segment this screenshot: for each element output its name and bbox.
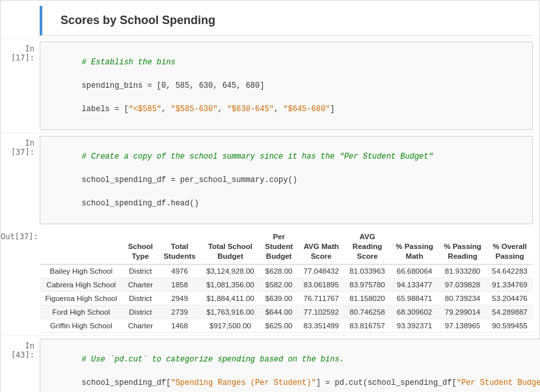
table-cell-1-4: $582.00 bbox=[260, 278, 298, 291]
table-cell-2-2: 2949 bbox=[158, 291, 201, 305]
table-cell-2-7: 65.988471 bbox=[390, 291, 439, 305]
table-cell-3-5: 77.102592 bbox=[298, 305, 344, 319]
output-content-37: SchoolType TotalStudents Total SchoolBud… bbox=[40, 229, 533, 333]
table-cell-4-7: 93.392371 bbox=[390, 319, 439, 332]
table-cell-0-7: 66.680064 bbox=[390, 264, 439, 278]
table-cell-3-1: District bbox=[122, 305, 158, 319]
cell-content-37[interactable]: # Create a copy of the school summary si… bbox=[40, 136, 533, 224]
table-row: Bailey High SchoolDistrict4976$3,124,928… bbox=[40, 264, 533, 278]
table-cell-0-1: District bbox=[122, 264, 158, 278]
comment-43: # Use `pd.cut` to categorize spending ba… bbox=[82, 355, 344, 364]
table-cell-3-9: 54.289887 bbox=[487, 305, 533, 319]
code-line-17-2: spending_bins = [0, 585, 630, 645, 680] bbox=[82, 81, 265, 90]
table-cell-3-8: 79.299014 bbox=[439, 305, 487, 319]
table-cell-0-4: $628.00 bbox=[260, 264, 298, 278]
table-body: Bailey High SchoolDistrict4976$3,124,928… bbox=[40, 264, 533, 332]
code-line-37-3: school_spending_df.head() bbox=[82, 199, 199, 208]
table-cell-1-3: $1,081,356.00 bbox=[201, 278, 260, 291]
table-cell-1-8: 97.039828 bbox=[439, 278, 487, 291]
table-cell-3-2: 2739 bbox=[158, 305, 201, 319]
table-cell-1-5: 83.061895 bbox=[298, 278, 344, 291]
table-cell-2-4: $639.00 bbox=[260, 291, 298, 305]
table-cell-3-0: Ford High School bbox=[40, 305, 122, 319]
table-row: Griffin High SchoolCharter1468$917,500.0… bbox=[40, 319, 533, 332]
table-cell-0-6: 81.033963 bbox=[344, 264, 390, 278]
cell-label-37: In [37]: bbox=[1, 136, 40, 157]
table-cell-3-7: 68.309602 bbox=[390, 305, 439, 319]
table-header-row: SchoolType TotalStudents Total SchoolBud… bbox=[40, 229, 533, 264]
notebook-container: Scores by School Spending In [17]: # Est… bbox=[0, 0, 540, 392]
code-line-17-3: labels = ["<$585", "$585-630", "$630-645… bbox=[82, 105, 335, 114]
table-cell-1-7: 94.133477 bbox=[390, 278, 439, 291]
col-header-avg-reading: AVGReadingScore bbox=[344, 229, 390, 264]
table-cell-3-4: $644.00 bbox=[260, 305, 298, 319]
code-cell-37: In [37]: # Create a copy of the school s… bbox=[1, 133, 539, 227]
table-cell-4-3: $917,500.00 bbox=[201, 319, 260, 332]
table-cell-4-4: $625.00 bbox=[260, 319, 298, 332]
table-cell-4-0: Griffin High School bbox=[40, 319, 122, 332]
table-cell-4-9: 90.599455 bbox=[487, 319, 533, 332]
table-row: Cabrera High SchoolCharter1858$1,081,356… bbox=[40, 278, 533, 291]
code-block-17: # Establish the bins spending_bins = [0,… bbox=[44, 45, 526, 127]
table-cell-1-0: Cabrera High School bbox=[40, 278, 122, 291]
table-cell-0-3: $3,124,928.00 bbox=[201, 264, 260, 278]
table-cell-2-9: 53.204476 bbox=[487, 291, 533, 305]
table-cell-2-6: 81.158020 bbox=[344, 291, 390, 305]
code-block-37: # Create a copy of the school summary si… bbox=[44, 139, 526, 221]
col-header-total-students: TotalStudents bbox=[158, 229, 201, 264]
code-line-43-2: school_spending_df["Spending Ranges (Per… bbox=[82, 378, 540, 387]
col-header-per-student: PerStudentBudget bbox=[260, 229, 298, 264]
cell-label-43: In [43]: bbox=[1, 339, 40, 359]
col-header-pct-math: % PassingMath bbox=[390, 229, 439, 264]
table-cell-2-5: 76.711767 bbox=[298, 291, 344, 305]
section-heading: Scores by School Spending bbox=[40, 6, 533, 36]
table-cell-0-2: 4976 bbox=[158, 264, 201, 278]
table-row: Ford High SchoolDistrict2739$1,763,916.0… bbox=[40, 305, 533, 319]
table-cell-2-1: District bbox=[122, 291, 158, 305]
code-line-37-2: school_spending_df = per_school_summary.… bbox=[82, 176, 297, 185]
code-cell-17: In [17]: # Establish the bins spending_b… bbox=[1, 38, 539, 133]
cell-content-43[interactable]: # Use `pd.cut` to categorize spending ba… bbox=[40, 339, 540, 392]
table-cell-1-9: 91.334769 bbox=[487, 278, 533, 291]
code-cell-43: In [43]: # Use `pd.cut` to categorize sp… bbox=[1, 335, 539, 392]
table-cell-3-6: 80.746258 bbox=[344, 305, 390, 319]
col-header-school-type: SchoolType bbox=[122, 229, 158, 264]
table-cell-4-1: Charter bbox=[122, 319, 158, 332]
output-cell-37: Out[37]: SchoolType TotalStudents Total … bbox=[1, 227, 539, 335]
table-cell-2-8: 80.739234 bbox=[439, 291, 487, 305]
col-header-pct-overall: % OverallPassing bbox=[487, 229, 533, 264]
comment-17: # Establish the bins bbox=[82, 58, 176, 67]
col-header-school-name bbox=[40, 229, 122, 264]
table-cell-1-6: 83.975780 bbox=[344, 278, 390, 291]
table-cell-0-5: 77.048432 bbox=[298, 264, 344, 278]
table-cell-4-2: 1468 bbox=[158, 319, 201, 332]
table-row: Figueroa High SchoolDistrict2949$1,884,4… bbox=[40, 291, 533, 305]
table-cell-4-8: 97.138965 bbox=[439, 319, 487, 332]
table-cell-4-5: 83.351499 bbox=[298, 319, 344, 332]
col-header-total-budget: Total SchoolBudget bbox=[201, 229, 260, 264]
table-cell-2-0: Figueroa High School bbox=[40, 291, 122, 305]
table-cell-2-3: $1,884,411.00 bbox=[201, 291, 260, 305]
col-header-avg-math: AVG MathScore bbox=[298, 229, 344, 264]
table-cell-3-3: $1,763,916.00 bbox=[201, 305, 260, 319]
table-cell-1-1: Charter bbox=[122, 278, 158, 291]
comment-37: # Create a copy of the school summary si… bbox=[82, 152, 433, 161]
table-cell-1-2: 1858 bbox=[158, 278, 201, 291]
cell-content-17[interactable]: # Establish the bins spending_bins = [0,… bbox=[40, 42, 533, 130]
page-title: Scores by School Spending bbox=[61, 14, 520, 27]
table-cell-0-0: Bailey High School bbox=[40, 264, 122, 278]
table-cell-4-6: 83.816757 bbox=[344, 319, 390, 332]
table-cell-0-9: 54.642283 bbox=[487, 264, 533, 278]
col-header-pct-reading: % PassingReading bbox=[439, 229, 487, 264]
table-cell-0-8: 81.933280 bbox=[439, 264, 487, 278]
code-block-43: # Use `pd.cut` to categorize spending ba… bbox=[44, 342, 540, 392]
output-label-37: Out[37]: bbox=[1, 229, 40, 241]
cell-label-17: In [17]: bbox=[1, 42, 40, 62]
school-data-table: SchoolType TotalStudents Total SchoolBud… bbox=[40, 229, 533, 333]
